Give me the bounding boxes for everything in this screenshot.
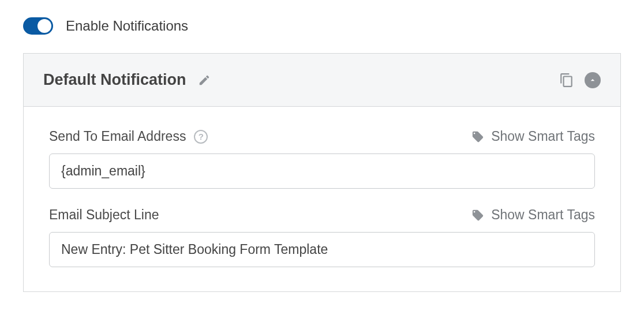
subject-smart-tags-label: Show Smart Tags: [491, 207, 595, 223]
enable-notifications-toggle[interactable]: [23, 17, 53, 35]
send-to-label: Send To Email Address: [49, 129, 186, 144]
subject-field: Email Subject Line Show Smart Tags: [49, 207, 595, 267]
tag-icon: [471, 130, 484, 143]
subject-label-left: Email Subject Line: [49, 207, 159, 223]
enable-notifications-row: Enable Notifications: [23, 17, 621, 35]
enable-notifications-label: Enable Notifications: [66, 18, 188, 34]
tag-icon: [471, 209, 484, 222]
help-icon[interactable]: ?: [194, 130, 208, 144]
send-to-smart-tags-label: Show Smart Tags: [491, 129, 595, 144]
send-to-smart-tags[interactable]: Show Smart Tags: [471, 129, 595, 144]
collapse-icon[interactable]: [585, 72, 601, 88]
send-to-input[interactable]: [49, 153, 595, 189]
send-to-label-left: Send To Email Address ?: [49, 129, 208, 144]
panel-header-actions: [559, 72, 601, 88]
panel-title-wrap: Default Notification: [43, 71, 211, 89]
notification-panel: Default Notification Send To Email Addre…: [23, 53, 621, 292]
panel-body: Send To Email Address ? Show Smart Tags …: [24, 107, 620, 291]
toggle-knob: [38, 19, 51, 33]
copy-icon[interactable]: [559, 73, 574, 88]
pencil-icon[interactable]: [198, 74, 211, 87]
panel-header: Default Notification: [24, 54, 620, 107]
subject-label-row: Email Subject Line Show Smart Tags: [49, 207, 595, 223]
subject-label: Email Subject Line: [49, 207, 159, 223]
panel-title: Default Notification: [43, 71, 186, 89]
subject-input[interactable]: [49, 232, 595, 267]
subject-smart-tags[interactable]: Show Smart Tags: [471, 207, 595, 223]
send-to-field: Send To Email Address ? Show Smart Tags: [49, 129, 595, 189]
send-to-label-row: Send To Email Address ? Show Smart Tags: [49, 129, 595, 144]
